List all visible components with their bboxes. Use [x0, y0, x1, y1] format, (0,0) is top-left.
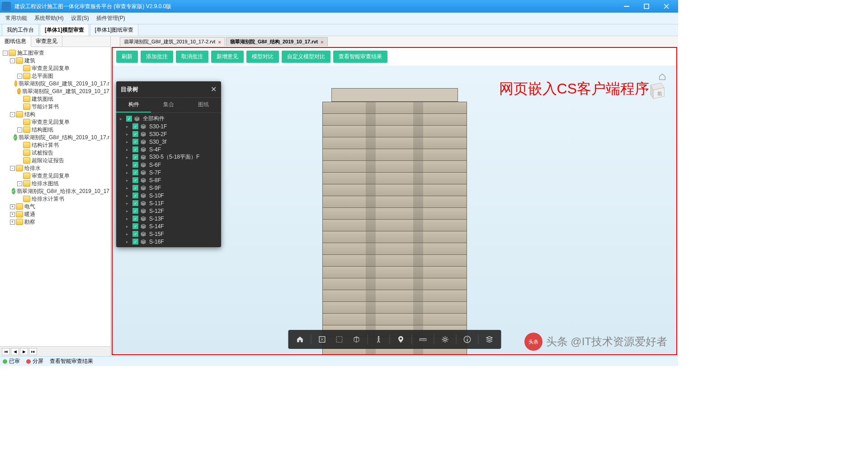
tree-node[interactable]: -给排水图纸 [1, 180, 109, 187]
tree-node[interactable]: -给排水 [1, 164, 109, 172]
tree-node[interactable]: 建筑图纸 [1, 95, 109, 103]
checkbox[interactable]: ✓ [132, 177, 138, 183]
checkbox[interactable]: ✓ [132, 216, 138, 221]
status-smart-review[interactable]: 查看智能审查结果 [50, 357, 93, 365]
section-icon[interactable] [348, 331, 364, 348]
measure-icon[interactable] [415, 331, 431, 348]
catalog-item[interactable]: ▸✓S-6F [116, 161, 221, 169]
action-button[interactable]: 自定义模型对比 [282, 51, 330, 63]
tree-node[interactable]: !翡翠湖别院_G8#_建筑_2019_10_17.r [1, 80, 109, 87]
status-approved[interactable]: 已审 [3, 357, 20, 365]
fit-icon[interactable] [314, 331, 330, 348]
catalog-item[interactable]: ▸✓S-16F [116, 238, 221, 245]
catalog-tab[interactable]: 构件 [116, 98, 151, 113]
menu-item[interactable]: 插件管理(P) [93, 13, 129, 24]
tree-node[interactable]: -结构图纸 [1, 126, 109, 133]
catalog-item[interactable]: ▸✓S-9F [116, 184, 221, 192]
tree-node[interactable]: 结构计算书 [1, 141, 109, 149]
expand-icon[interactable]: + [10, 204, 15, 209]
tree-node[interactable]: -总平面图 [1, 72, 109, 80]
action-button[interactable]: 刷新 [116, 51, 138, 63]
checkbox[interactable]: ✓ [132, 162, 138, 168]
minimize-button[interactable] [617, 0, 637, 13]
expand-icon[interactable]: ▸ [126, 240, 131, 244]
tree-node[interactable]: 审查意见回复单 [1, 65, 109, 72]
expand-icon[interactable]: ▸ [126, 216, 131, 221]
tree-node[interactable]: 审查意见回复单 [1, 172, 109, 179]
collapse-icon[interactable]: - [17, 127, 22, 132]
catalog-item[interactable]: ▸✓S-15F [116, 230, 221, 238]
checkbox[interactable]: ✓ [126, 116, 132, 122]
checkbox[interactable]: ✓ [132, 139, 138, 145]
catalog-item[interactable]: ▸✓S-10F [116, 192, 221, 199]
checkbox[interactable]: ✓ [132, 154, 138, 160]
catalog-item[interactable]: ▸✓S-11F [116, 199, 221, 207]
tree-node[interactable]: !翡翠湖别院_G8#_建筑_2019_10_17 [1, 88, 109, 95]
building-model[interactable] [322, 88, 467, 354]
tree-node[interactable]: +勘察 [1, 218, 109, 226]
action-button[interactable]: 查看智能审查结果 [333, 51, 387, 63]
expand-icon[interactable]: + [10, 220, 15, 225]
walk-icon[interactable] [370, 331, 387, 348]
nav-last-button[interactable]: ⏭ [29, 348, 37, 355]
catalog-item[interactable]: ▸✓全部构件 [116, 115, 221, 122]
tree-node[interactable]: 节能计算书 [1, 103, 109, 110]
catalog-item[interactable]: ▸✓S-12F [116, 207, 221, 215]
expand-icon[interactable]: + [10, 212, 15, 217]
settings-icon[interactable] [437, 331, 453, 348]
expand-icon[interactable]: ▸ [126, 170, 131, 175]
collapse-icon[interactable]: - [3, 51, 8, 56]
expand-icon[interactable]: ▸ [126, 124, 131, 129]
catalog-item[interactable]: ▸✓S-13F [116, 215, 221, 222]
checkbox[interactable]: ✓ [132, 169, 138, 175]
collapse-icon[interactable]: - [17, 74, 22, 79]
checkbox[interactable]: ✓ [132, 239, 138, 244]
collapse-icon[interactable]: - [10, 112, 15, 117]
catalog-tree[interactable]: ▸✓全部构件▸✓S30-1F▸✓S30-2F▸✓S30_3f▸✓S-4F▸✓S3… [116, 113, 221, 247]
tree-node[interactable]: +暖通 [1, 211, 109, 218]
tree-node[interactable]: ✓翡翠湖别院_G8#_结构_2019_10_17.r [1, 134, 109, 141]
home-icon[interactable] [292, 331, 308, 348]
document-tab[interactable]: [单体1]模型审查 [40, 24, 89, 36]
catalog-item[interactable]: ▸✓S30-1F [116, 122, 221, 130]
action-button[interactable]: 模型对比 [246, 51, 279, 63]
catalog-item[interactable]: ▸✓S30-5（5-18平面）F [116, 153, 221, 161]
document-tab[interactable]: [单体1]图纸审查 [90, 24, 138, 36]
file-tab[interactable]: 翡翠湖别院_G8#_结构_2019_10_17.rvt× [226, 37, 328, 46]
expand-icon[interactable]: ▸ [126, 193, 131, 198]
nav-prev-button[interactable]: ◀ [11, 348, 19, 355]
close-button[interactable] [656, 0, 676, 13]
checkbox[interactable]: ✓ [132, 123, 138, 129]
checkbox[interactable]: ✓ [132, 193, 138, 198]
tree-node[interactable]: -施工图审查 [1, 49, 109, 56]
expand-icon[interactable]: ▸ [126, 209, 131, 213]
tree-node[interactable]: 审查意见回复单 [1, 118, 109, 126]
catalog-item[interactable]: ▸✓S-14F [116, 222, 221, 230]
checkbox[interactable]: ✓ [132, 200, 138, 206]
checkbox[interactable]: ✓ [132, 131, 138, 137]
action-button[interactable]: 新增意见 [211, 51, 244, 63]
collapse-icon[interactable]: - [10, 166, 15, 171]
nav-next-button[interactable]: ▶ [20, 348, 28, 355]
maximize-button[interactable] [637, 0, 656, 13]
action-button[interactable]: 取消批注 [176, 51, 208, 63]
viewcube[interactable]: 前 [645, 79, 668, 103]
catalog-item[interactable]: ▸✓S30-2F [116, 130, 221, 138]
tree-node[interactable]: ✓翡翠湖别院_G8#_给排水_2019_10_17 [1, 188, 109, 195]
info-icon[interactable] [459, 331, 475, 348]
tree-node[interactable]: +电气 [1, 203, 109, 210]
action-button[interactable]: 添加批注 [141, 51, 173, 63]
expand-icon[interactable]: ▸ [126, 132, 131, 136]
3d-viewer[interactable]: 网页嵌入CS客户端程序 前 [113, 66, 676, 354]
status-split[interactable]: 分屏 [26, 357, 43, 365]
checkbox[interactable]: ✓ [132, 146, 138, 152]
box-select-icon[interactable] [331, 331, 347, 348]
nav-first-button[interactable]: ⏮ [2, 348, 10, 355]
sidebar-tab[interactable]: 图纸信息 [0, 36, 31, 47]
catalog-item[interactable]: ▸✓S30_3f [116, 138, 221, 146]
collapse-icon[interactable]: - [17, 181, 22, 186]
tree-node[interactable]: 给排水计算书 [1, 195, 109, 202]
expand-icon[interactable]: ▸ [126, 186, 131, 190]
file-tree[interactable]: -施工图审查-建筑审查意见回复单-总平面图!翡翠湖别院_G8#_建筑_2019_… [0, 47, 110, 346]
tree-node[interactable]: -建筑 [1, 57, 109, 64]
